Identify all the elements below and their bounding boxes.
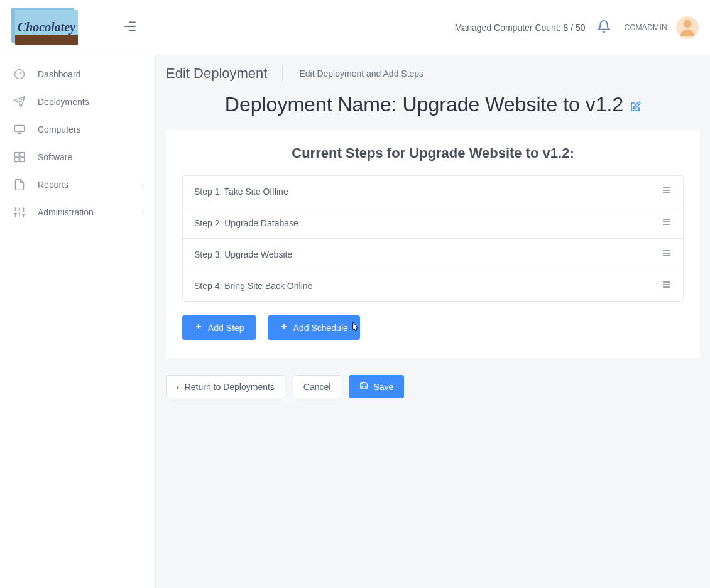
steps-heading: Current Steps for Upgrade Website to v1.… (182, 145, 684, 161)
add-step-label: Add Step (208, 323, 244, 333)
deployment-name-value: Upgrade Website to v1.2 (403, 93, 624, 116)
step-row[interactable]: Step 3: Upgrade Website (182, 238, 684, 270)
step-label: Step 1: Take Site Offline (194, 187, 288, 197)
menu-toggle-button[interactable] (122, 18, 138, 37)
step-row[interactable]: Step 4: Bring Site Back Online (182, 270, 684, 302)
file-icon (13, 178, 26, 191)
svg-rect-8 (15, 153, 19, 157)
save-label: Save (373, 382, 393, 392)
sidebar-item-label: Computers (38, 124, 80, 134)
save-button[interactable]: Save (349, 375, 404, 398)
plus-icon (194, 322, 203, 333)
chevron-right-icon: › (141, 209, 144, 216)
return-to-deployments-button[interactable]: ‹ Return to Deployments (166, 375, 285, 398)
sidebar-item-software[interactable]: Software (0, 143, 155, 171)
sidebar-item-computers[interactable]: Computers (0, 116, 155, 143)
step-label: Step 3: Upgrade Website (194, 249, 292, 259)
logo-text: Chocolatey (18, 20, 75, 35)
cursor-icon (348, 321, 361, 337)
logo[interactable]: Chocolatey (15, 10, 78, 45)
computer-count-text: Managed Computer Count: 8 / 50 (455, 23, 586, 33)
deployment-name-heading: Deployment Name: Upgrade Website to v1.2 (166, 93, 700, 117)
step-label: Step 2: Upgrade Database (194, 218, 298, 228)
sidebar-item-label: Software (38, 152, 72, 162)
main-content: Edit Deployment Edit Deployment and Add … (156, 55, 710, 588)
return-label: Return to Deployments (185, 382, 275, 392)
send-icon (13, 95, 26, 108)
step-row[interactable]: Step 2: Upgrade Database (182, 207, 684, 239)
user-icon (678, 18, 697, 39)
deployment-name-prefix: Deployment Name: (225, 93, 403, 116)
sliders-icon (13, 206, 26, 219)
avatar[interactable] (676, 16, 699, 39)
sidebar-item-label: Administration (38, 207, 94, 217)
save-icon (359, 381, 368, 392)
notifications-button[interactable] (597, 19, 611, 36)
monitor-icon (13, 123, 26, 136)
dashboard-icon (13, 68, 26, 80)
sidebar: Dashboard Deployments Computers Software… (0, 55, 156, 588)
drag-handle-icon[interactable] (662, 186, 672, 197)
add-schedule-label: Add Schedule (293, 323, 348, 333)
sidebar-item-label: Dashboard (38, 69, 81, 79)
drag-handle-icon[interactable] (662, 249, 672, 259)
svg-rect-9 (20, 153, 25, 157)
breadcrumb: Edit Deployment Edit Deployment and Add … (166, 65, 700, 82)
grid-icon (13, 151, 26, 163)
step-row[interactable]: Step 1: Take Site Offline (182, 175, 684, 207)
username-label[interactable]: CCMADMIN (625, 23, 667, 32)
plus-icon (280, 322, 288, 333)
cancel-label: Cancel (303, 382, 331, 392)
top-header: Chocolatey Managed Computer Count: 8 / 5… (0, 0, 710, 55)
add-schedule-button[interactable]: Add Schedule (268, 315, 360, 340)
page-subtitle: Edit Deployment and Add Steps (299, 68, 423, 79)
edit-deployment-name-button[interactable] (630, 94, 641, 117)
sidebar-item-reports[interactable]: Reports › (0, 171, 155, 199)
drag-handle-icon[interactable] (662, 217, 672, 228)
svg-point-3 (684, 19, 692, 28)
svg-rect-11 (20, 158, 25, 162)
chevron-left-icon: ‹ (177, 382, 180, 392)
steps-card: Current Steps for Upgrade Website to v1.… (166, 130, 700, 359)
sidebar-item-label: Deployments (38, 97, 89, 107)
drag-handle-icon[interactable] (662, 280, 672, 291)
footer-actions: ‹ Return to Deployments Cancel Save (166, 375, 700, 398)
sidebar-item-deployments[interactable]: Deployments (0, 88, 155, 116)
sidebar-item-dashboard[interactable]: Dashboard (0, 60, 155, 88)
menu-icon (122, 26, 138, 36)
step-label: Step 4: Bring Site Back Online (194, 281, 312, 291)
sidebar-item-administration[interactable]: Administration › (0, 199, 155, 226)
cancel-button[interactable]: Cancel (293, 375, 342, 398)
page-title: Edit Deployment (166, 65, 283, 82)
sidebar-item-label: Reports (38, 180, 68, 190)
bell-icon (597, 19, 611, 36)
edit-icon (630, 94, 641, 117)
svg-rect-10 (15, 158, 19, 162)
add-step-button[interactable]: Add Step (182, 315, 256, 340)
svg-rect-5 (15, 125, 25, 131)
chevron-right-icon: › (141, 181, 144, 188)
